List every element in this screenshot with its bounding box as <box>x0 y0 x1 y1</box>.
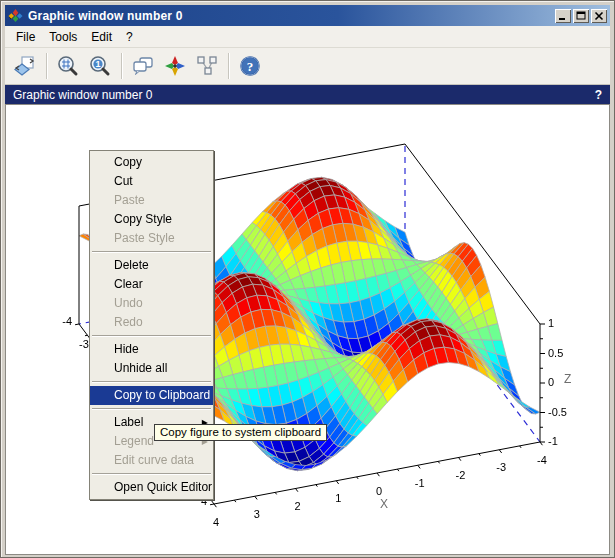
context-menu: CopyCutPasteCopy StylePaste StyleDeleteC… <box>89 150 214 500</box>
menu-item-unhide-all[interactable]: Unhide all <box>90 359 213 378</box>
graphic-window: Graphic window number 0 FileToolsEdit? <box>0 0 615 558</box>
colormap-button[interactable] <box>160 51 190 81</box>
svg-text:?: ? <box>247 59 254 74</box>
help-button[interactable]: ? <box>235 51 265 81</box>
toolbar-separator <box>121 53 122 79</box>
menu-separator <box>92 251 211 253</box>
infobar-help-button[interactable]: ? <box>595 88 602 102</box>
menubar: FileToolsEdit? <box>5 26 610 48</box>
menu-item-paste-style: Paste Style <box>90 229 213 248</box>
menu-item-edit-curve-data: Edit curve data <box>90 451 213 470</box>
menu-separator <box>92 335 211 337</box>
tooltip: Copy figure to system clipboard <box>154 424 327 441</box>
menubar-item-help[interactable]: ? <box>119 28 140 46</box>
toolbar: 1 <box>5 48 610 85</box>
datatips-icon <box>195 54 219 78</box>
rotate-icon <box>13 54 37 78</box>
colormap-icon <box>163 54 187 78</box>
close-icon <box>593 10 605 22</box>
close-button[interactable] <box>591 9 607 23</box>
menu-item-delete[interactable]: Delete <box>90 256 213 275</box>
help-icon: ? <box>238 54 262 78</box>
original-view-icon: 1 <box>88 54 112 78</box>
menu-separator <box>92 473 211 475</box>
toolbar-separator <box>46 53 47 79</box>
figure-editor-icon <box>131 54 155 78</box>
menu-item-clear[interactable]: Clear <box>90 275 213 294</box>
menu-item-hide[interactable]: Hide <box>90 340 213 359</box>
menu-item-copy-to-clipboard[interactable]: Copy to Clipboard <box>90 386 213 405</box>
menu-item-copy[interactable]: Copy <box>90 153 213 172</box>
title-bar: Graphic window number 0 <box>5 5 610 26</box>
menubar-item-tools[interactable]: Tools <box>42 28 84 46</box>
app-icon <box>8 8 23 23</box>
original-view-button[interactable]: 1 <box>85 51 115 81</box>
menu-item-undo: Undo <box>90 294 213 313</box>
rotate-button[interactable] <box>10 51 40 81</box>
menu-item-cut[interactable]: Cut <box>90 172 213 191</box>
menu-item-open-quick-editor[interactable]: Open Quick Editor <box>90 478 213 497</box>
window-title: Graphic window number 0 <box>28 9 553 23</box>
menu-item-redo: Redo <box>90 313 213 332</box>
menubar-item-file[interactable]: File <box>9 28 42 46</box>
minimize-icon <box>557 10 569 22</box>
menu-item-copy-style[interactable]: Copy Style <box>90 210 213 229</box>
menu-separator <box>92 381 211 383</box>
minimize-button[interactable] <box>555 9 571 23</box>
zoom-area-icon <box>56 54 80 78</box>
plot-area: CopyCutPasteCopy StylePaste StyleDeleteC… <box>5 104 610 555</box>
datatips-button[interactable] <box>192 51 222 81</box>
zoom-area-button[interactable] <box>53 51 83 81</box>
menubar-item-edit[interactable]: Edit <box>84 28 119 46</box>
svg-text:1: 1 <box>95 59 100 69</box>
toolbar-separator <box>228 53 229 79</box>
menu-item-paste: Paste <box>90 191 213 210</box>
figure-info-bar: Graphic window number 0 ? <box>5 85 610 104</box>
maximize-button[interactable] <box>573 9 589 23</box>
figure-editor-button[interactable] <box>128 51 158 81</box>
figure-info-text: Graphic window number 0 <box>13 88 152 102</box>
menu-separator <box>92 408 211 410</box>
maximize-icon <box>575 10 587 22</box>
